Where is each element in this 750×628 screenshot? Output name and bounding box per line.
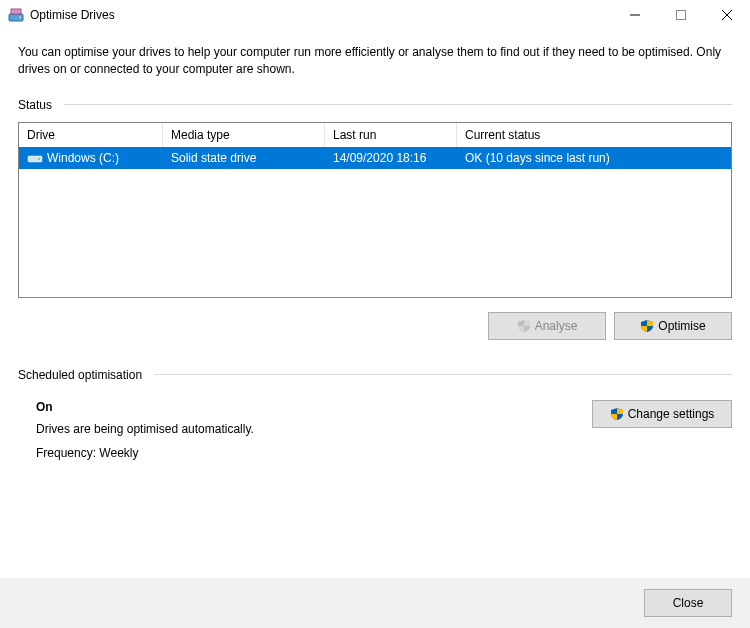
optimise-button[interactable]: Optimise — [614, 312, 732, 340]
maximize-button[interactable] — [658, 0, 704, 30]
titlebar: Optimise Drives — [0, 0, 750, 30]
footer: Close — [0, 578, 750, 628]
shield-icon — [517, 319, 531, 333]
drive-media: Solid state drive — [163, 147, 325, 169]
svg-rect-4 — [677, 11, 686, 20]
app-icon — [8, 7, 24, 23]
svg-rect-1 — [11, 9, 21, 14]
schedule-frequency: Frequency: Weekly — [36, 446, 592, 460]
drive-table[interactable]: Drive Media type Last run Current status… — [18, 122, 732, 298]
schedule-description: Drives are being optimised automatically… — [36, 422, 592, 436]
shield-icon — [640, 319, 654, 333]
col-header-last[interactable]: Last run — [325, 123, 457, 147]
schedule-state: On — [36, 400, 592, 414]
close-dialog-button[interactable]: Close — [644, 589, 732, 617]
drive-name: Windows (C:) — [47, 151, 119, 165]
col-header-drive[interactable]: Drive — [19, 123, 163, 147]
status-section-header: Status — [18, 98, 732, 112]
change-settings-label: Change settings — [628, 407, 715, 421]
scheduled-label: Scheduled optimisation — [18, 368, 142, 382]
window-title: Optimise Drives — [30, 8, 115, 22]
col-header-media[interactable]: Media type — [163, 123, 325, 147]
close-button[interactable] — [704, 0, 750, 30]
divider — [154, 374, 732, 375]
col-header-status[interactable]: Current status — [457, 123, 731, 147]
optimise-label: Optimise — [658, 319, 705, 333]
divider — [64, 104, 732, 105]
svg-point-2 — [19, 17, 21, 19]
analyse-label: Analyse — [535, 319, 578, 333]
drive-status: OK (10 days since last run) — [457, 147, 731, 169]
analyse-button: Analyse — [488, 312, 606, 340]
change-settings-button[interactable]: Change settings — [592, 400, 732, 428]
scheduled-section-header: Scheduled optimisation — [18, 368, 732, 382]
table-row[interactable]: Windows (C:) Solid state drive 14/09/202… — [19, 147, 731, 169]
drive-last-run: 14/09/2020 18:16 — [325, 147, 457, 169]
minimize-button[interactable] — [612, 0, 658, 30]
drive-icon — [27, 150, 43, 166]
intro-text: You can optimise your drives to help you… — [18, 44, 732, 78]
drive-table-header: Drive Media type Last run Current status — [19, 123, 731, 147]
svg-point-8 — [38, 158, 40, 160]
status-label: Status — [18, 98, 52, 112]
shield-icon — [610, 407, 624, 421]
